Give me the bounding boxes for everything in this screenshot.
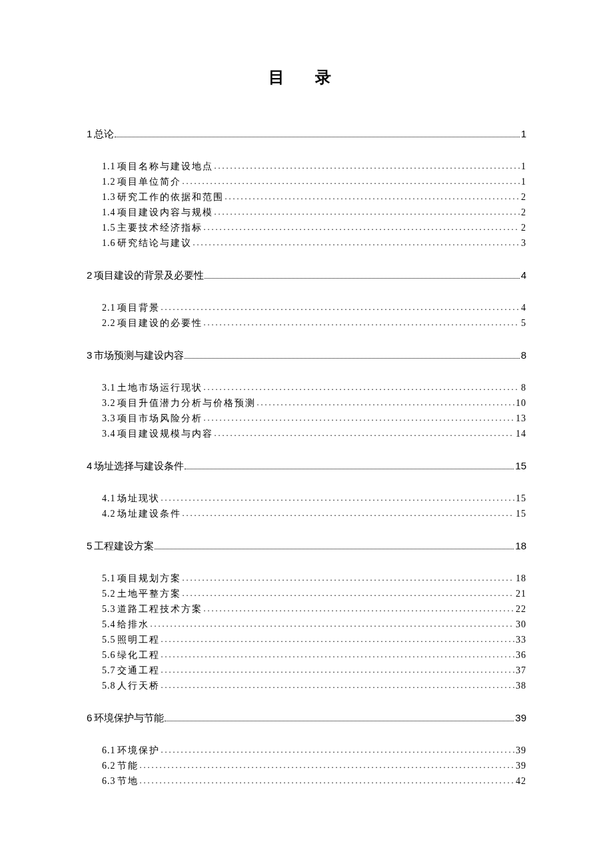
toc-entry-level1[interactable]: 6环境保护与节能39	[87, 712, 526, 725]
toc-entry-page: 39	[515, 712, 526, 723]
toc-leader	[140, 761, 515, 771]
toc-entry-level2[interactable]: 5.4给排水30	[102, 619, 526, 631]
toc-entry-level2[interactable]: 2.2项目建设的必要性5	[102, 317, 526, 329]
toc-entry-number: 5.3	[102, 604, 116, 615]
toc-leader	[161, 493, 515, 503]
toc-leader	[161, 681, 515, 691]
toc-entry-number: 6.1	[102, 745, 116, 756]
toc-entry-level2[interactable]: 6.1环境保护39	[102, 745, 526, 757]
toc-entry-level1[interactable]: 2项目建设的背景及必要性4	[87, 269, 526, 282]
toc-entry-text: 主要技术经济指标	[117, 222, 203, 234]
toc-leader	[204, 413, 515, 423]
toc-entry-text: 土地平整方案	[117, 588, 181, 600]
toc-entry-number: 6.3	[102, 776, 116, 787]
toc-entry-number: 1.1	[102, 161, 116, 172]
toc-entry-level2[interactable]: 1.6研究结论与建议3	[102, 237, 526, 249]
toc-section: 4场址选择与建设条件154.1场址现状154.2场址建设条件15	[87, 460, 526, 520]
toc-entry-text: 项目升值潜力分析与价格预测	[117, 397, 256, 409]
toc-entry-number: 6.2	[102, 761, 116, 771]
toc-leader	[204, 604, 515, 614]
toc-entry-page: 38	[516, 681, 526, 691]
toc-entry-level2[interactable]: 5.2土地平整方案21	[102, 588, 526, 600]
toc-leader	[155, 549, 514, 549]
toc-entry-number: 4.1	[102, 493, 116, 504]
toc-entry-number: 5	[87, 540, 92, 551]
toc-entry-page: 21	[516, 589, 526, 599]
toc-entry-text: 交通工程	[117, 665, 160, 677]
toc-entry-level2[interactable]: 4.1场址现状15	[102, 493, 526, 505]
toc-entry-page: 8	[521, 383, 526, 393]
toc-entry-level2[interactable]: 1.3研究工作的依据和范围2	[102, 191, 526, 203]
toc-entry-level2[interactable]: 3.4项目建设规模与内容14	[102, 428, 526, 440]
toc-leader	[204, 383, 520, 393]
toc-entry-text: 项目建设内容与规模	[117, 207, 213, 219]
toc-entry-text: 项目名称与建设地点	[117, 161, 213, 173]
toc-entry-level2[interactable]: 1.2项目单位简介1	[102, 176, 526, 188]
toc-entry-text: 研究结论与建议	[117, 237, 192, 249]
toc-entry-text: 研究工作的依据和范围	[117, 191, 224, 203]
toc-entry-level2[interactable]: 5.3 道路工程技术方案22	[102, 603, 526, 615]
toc-entry-page: 18	[516, 573, 526, 584]
toc-entry-number: 5.1	[102, 573, 116, 584]
toc-leader	[151, 619, 515, 629]
toc-entry-level2[interactable]: 5.5照明工程33	[102, 634, 526, 646]
toc-entry-level2[interactable]: 1.1项目名称与建设地点1	[102, 161, 526, 173]
toc-leader	[204, 223, 520, 233]
toc-entry-text: 节地	[117, 775, 139, 787]
toc-entry-text: 照明工程	[117, 634, 160, 646]
toc-entry-number: 3.2	[102, 398, 116, 409]
toc-entry-number: 4.2	[102, 509, 116, 519]
toc-entry-number: 1.6	[102, 238, 116, 249]
toc-entry-number: 3.1	[102, 383, 116, 393]
toc-entry-page: 18	[515, 540, 526, 551]
toc-entry-text: 项目建设规模与内容	[117, 428, 213, 440]
toc-leader	[215, 207, 520, 217]
toc-entry-text: 场址建设条件	[117, 508, 181, 520]
toc-entry-level2[interactable]: 4.2场址建设条件15	[102, 508, 526, 520]
toc-entry-number: 3	[87, 349, 92, 361]
toc-entry-level2[interactable]: 6.3节地42	[102, 775, 526, 787]
toc-leader	[183, 589, 515, 599]
toc-entry-number: 2	[87, 269, 92, 281]
toc-entry-level2[interactable]: 2.1项目背景4	[102, 302, 526, 314]
toc-entry-level2[interactable]: 5.1项目规划方案18	[102, 573, 526, 585]
toc-leader	[161, 665, 515, 675]
toc-leader	[185, 469, 514, 469]
toc-entry-level2[interactable]: 6.2节能39	[102, 760, 526, 772]
toc-entry-text: 项目规划方案	[117, 573, 181, 585]
toc-entry-page: 42	[516, 776, 526, 787]
toc-entry-page: 4	[521, 303, 526, 313]
toc-entry-level2[interactable]: 3.3项目市场风险分析13	[102, 413, 526, 425]
toc-entry-page: 30	[516, 619, 526, 630]
toc-entry-number: 2.1	[102, 303, 116, 313]
toc-entry-level1[interactable]: 3市场预测与建设内容8	[87, 349, 526, 362]
toc-entry-level2[interactable]: 1.5主要技术经济指标2	[102, 222, 526, 234]
toc-entry-number: 1.3	[102, 192, 116, 203]
toc-leader	[204, 318, 520, 328]
toc-entry-page: 15	[516, 509, 526, 519]
toc-leader	[185, 358, 519, 359]
toc-entry-level2[interactable]: 5.8人行天桥38	[102, 680, 526, 692]
toc-entry-level2[interactable]: 3.2项目升值潜力分析与价格预测10	[102, 397, 526, 409]
toc-entry-page: 37	[516, 665, 526, 676]
toc-entry-number: 5.2	[102, 589, 116, 599]
toc-leader	[165, 721, 514, 721]
toc-entry-level1[interactable]: 1总论1	[87, 128, 526, 141]
toc-entry-text: 土地市场运行现状	[117, 382, 203, 394]
toc-leader	[161, 303, 520, 313]
toc-entry-page: 15	[515, 460, 526, 471]
toc-entry-text: 项目建设的背景及必要性	[94, 269, 204, 282]
toc-entry-page: 2	[521, 192, 526, 203]
toc-entry-level2[interactable]: 5.7交通工程37	[102, 665, 526, 677]
toc-entry-number: 1	[87, 128, 92, 139]
toc-leader	[205, 278, 519, 279]
toc-entry-level2[interactable]: 3.1土地市场运行现状8	[102, 382, 526, 394]
toc-entry-level2[interactable]: 1.4项目建设内容与规模2	[102, 207, 526, 219]
toc-entry-level1[interactable]: 5工程建设方案18	[87, 540, 526, 553]
toc-entry-number: 2.2	[102, 318, 116, 329]
toc-entry-level1[interactable]: 4场址选择与建设条件15	[87, 460, 526, 473]
toc-leader	[193, 238, 520, 248]
toc-entry-level2[interactable]: 5.6绿化工程36	[102, 649, 526, 661]
toc-entry-text: 道路工程技术方案	[117, 603, 203, 615]
toc-entry-text: 项目背景	[117, 302, 160, 314]
